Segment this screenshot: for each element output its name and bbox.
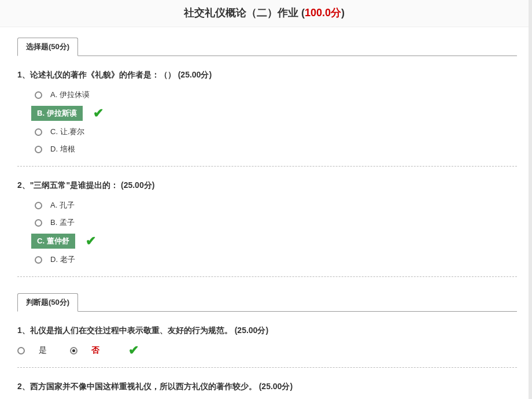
q-number: 1、 (17, 326, 30, 335)
option-label: D. 老子 (50, 254, 75, 265)
tf-question-2: 2、西方国家并不像中国这样重视礼仪，所以西方礼仪的著作较少。 (25.00分) … (17, 382, 517, 399)
checkmark-icon: ✔ (86, 235, 96, 247)
divider (17, 56, 517, 56)
quiz-container: 社交礼仪概论（二）作业 (100.0分) 选择题(50分) 1、论述礼仪的著作《… (0, 0, 532, 399)
option-c-correct[interactable]: C. 董仲舒 ✔ (35, 234, 517, 249)
q-number: 1、 (17, 70, 30, 79)
radio-icon (35, 91, 42, 99)
title-prefix: 社交礼仪概论（二）作业 ( (184, 7, 305, 19)
options-list: A. 孔子 B. 孟子 C. 董仲舒 ✔ D. 老子 (17, 199, 517, 266)
choice-tab: 选择题(50分) (17, 38, 78, 56)
choice-questions: 1、论述礼仪的著作《礼貌》的作者是：（） (25.00分) A. 伊拉休谟 B.… (0, 70, 529, 277)
options-list: A. 伊拉休谟 B. 伊拉斯谟 ✔ C. 让.赛尔 D. 培根 (17, 88, 517, 156)
tf-false-option[interactable]: 否 (70, 345, 99, 356)
tf-section-header: 判断题(50分) (17, 293, 529, 312)
checkmark-icon: ✔ (128, 344, 139, 357)
option-label: A. 孔子 (50, 200, 75, 210)
option-d[interactable]: D. 老子 (35, 253, 517, 266)
q-points: (25.00分) (235, 326, 268, 335)
divider (17, 166, 517, 167)
q-points: (25.00分) (259, 382, 293, 391)
radio-icon-selected (70, 347, 77, 354)
title-suffix: ) (341, 7, 345, 19)
tf-question-1: 1、礼仪是指人们在交往过程中表示敬重、友好的行为规范。 (25.00分) 是 否… (17, 326, 517, 357)
radio-icon (17, 347, 25, 354)
question-1: 1、论述礼仪的著作《礼貌》的作者是：（） (25.00分) A. 伊拉休谟 B.… (17, 70, 517, 156)
radio-icon (35, 202, 42, 209)
choice-section-header: 选择题(50分) (17, 38, 529, 56)
option-label: C. 让.赛尔 (50, 127, 84, 137)
q-text: 西方国家并不像中国这样重视礼仪，所以西方礼仪的著作较少。 (30, 382, 257, 391)
q-text: 礼仪是指人们在交往过程中表示敬重、友好的行为规范。 (30, 326, 232, 335)
radio-icon (35, 219, 42, 227)
option-d[interactable]: D. 培根 (35, 143, 517, 156)
option-b[interactable]: B. 孟子 (35, 216, 517, 229)
correct-answer-badge: B. 伊拉斯谟 (31, 106, 83, 121)
tf-false-label: 否 (91, 345, 99, 356)
tf-true-option[interactable]: 是 (17, 345, 47, 356)
divider (17, 311, 517, 312)
divider (17, 276, 517, 277)
q-number: 2、 (17, 382, 30, 391)
option-c[interactable]: C. 让.赛尔 (35, 125, 517, 138)
question-title: 2、西方国家并不像中国这样重视礼仪，所以西方礼仪的著作较少。 (25.00分) (17, 382, 517, 392)
option-label: D. 培根 (50, 144, 75, 154)
question-title: 1、论述礼仪的著作《礼貌》的作者是：（） (25.00分) (17, 70, 517, 80)
question-title: 2、"三纲五常"是谁提出的： (25.00分) (17, 180, 517, 191)
q-points: (25.00分) (121, 180, 154, 190)
tf-true-label: 是 (39, 345, 47, 356)
checkmark-icon: ✔ (93, 107, 104, 120)
option-a[interactable]: A. 伊拉休谟 (35, 88, 517, 101)
option-label: B. 孟子 (50, 217, 75, 228)
tf-tab: 判断题(50分) (17, 293, 78, 312)
correct-answer-badge: C. 董仲舒 (31, 234, 75, 249)
q-points: (25.00分) (178, 70, 212, 79)
page-title: 社交礼仪概论（二）作业 (100.0分) (184, 7, 345, 19)
divider (17, 367, 517, 368)
option-b-correct[interactable]: B. 伊拉斯谟 ✔ (35, 106, 517, 121)
tf-questions: 1、礼仪是指人们在交往过程中表示敬重、友好的行为规范。 (25.00分) 是 否… (0, 326, 529, 399)
radio-icon (35, 256, 42, 264)
question-title: 1、礼仪是指人们在交往过程中表示敬重、友好的行为规范。 (25.00分) (17, 326, 517, 336)
radio-icon (35, 146, 42, 153)
question-2: 2、"三纲五常"是谁提出的： (25.00分) A. 孔子 B. 孟子 C. 董… (17, 180, 517, 266)
option-label: A. 伊拉休谟 (50, 90, 90, 100)
score-value: 100.0分 (305, 7, 341, 19)
option-a[interactable]: A. 孔子 (35, 199, 517, 212)
radio-icon (35, 128, 42, 136)
page-header: 社交礼仪概论（二）作业 (100.0分) (0, 0, 529, 27)
tf-options: 是 否 ✔ (17, 344, 517, 357)
q-text: 论述礼仪的著作《礼貌》的作者是：（） (30, 70, 176, 79)
q-number: 2、 (17, 180, 30, 190)
q-text: "三纲五常"是谁提出的： (30, 180, 119, 190)
